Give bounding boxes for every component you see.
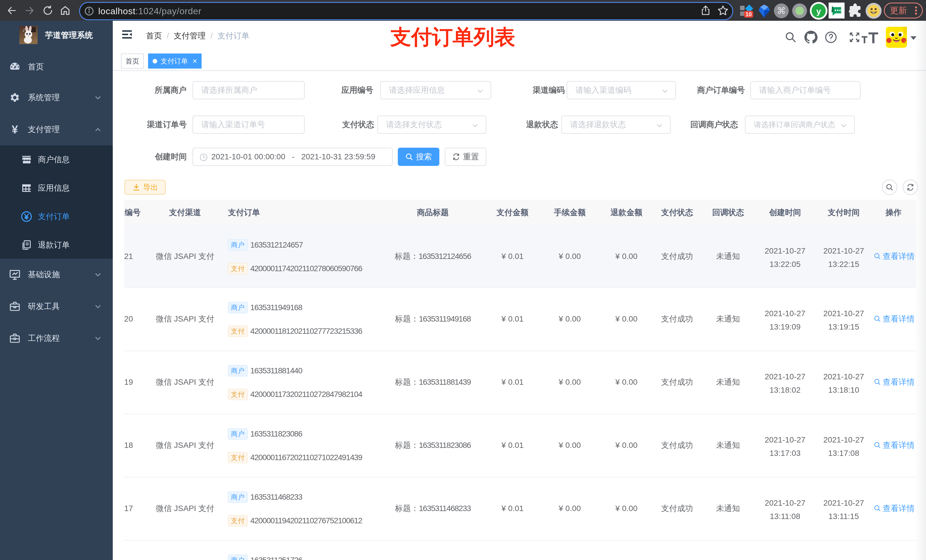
svg-text:10: 10	[746, 11, 752, 17]
svg-text:⌘: ⌘	[777, 6, 786, 16]
svg-text:y: y	[816, 6, 821, 16]
